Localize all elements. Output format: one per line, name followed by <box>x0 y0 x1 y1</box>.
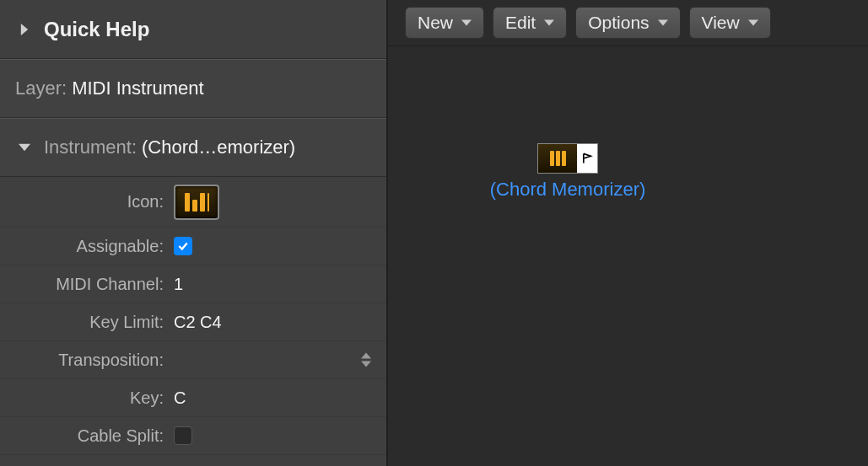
param-key[interactable]: Key: C <box>0 379 386 417</box>
param-midi-channel[interactable]: MIDI Channel: 1 <box>0 265 386 303</box>
environment-canvas[interactable]: New Edit Options View (Chord Memorizer) <box>388 0 868 466</box>
options-label: Options <box>588 13 649 33</box>
chevron-down-icon <box>15 142 34 153</box>
assignable-checkbox[interactable] <box>174 237 192 255</box>
layer-value: MIDI Instrument <box>72 78 203 99</box>
view-menu[interactable]: View <box>689 7 771 39</box>
instrument-value: (Chord…emorizer) <box>142 137 295 158</box>
cable-split-checkbox[interactable] <box>174 426 192 445</box>
icon-label: Icon: <box>0 192 169 212</box>
instrument-label: Instrument: <box>44 137 137 158</box>
flag-icon <box>577 144 597 173</box>
chevron-down-icon <box>544 19 554 27</box>
chevron-down-icon <box>658 19 668 27</box>
layer-row[interactable]: Layer: MIDI Instrument <box>0 59 386 118</box>
object-label: (Chord Memorizer) <box>462 179 673 201</box>
new-menu[interactable]: New <box>405 7 484 39</box>
quick-help-title: Quick Help <box>44 18 149 41</box>
chevron-down-icon <box>748 19 758 27</box>
layer-label: Layer: <box>15 78 67 99</box>
param-transposition[interactable]: Transposition: <box>0 341 386 379</box>
transposition-stepper[interactable] <box>361 352 371 367</box>
instrument-row[interactable]: Instrument: (Chord…emorizer) <box>0 118 386 177</box>
edit-menu[interactable]: Edit <box>493 7 567 39</box>
view-label: View <box>702 13 740 33</box>
key-value: C <box>169 388 186 408</box>
param-cable-split: Cable Split: <box>0 417 386 455</box>
instrument-icon-preview[interactable] <box>174 185 219 220</box>
key-limit-label: Key Limit: <box>0 313 169 332</box>
inspector-panel: Quick Help Layer: MIDI Instrument Instru… <box>0 0 388 466</box>
midi-channel-label: MIDI Channel: <box>0 275 169 294</box>
object-icon <box>537 143 598 174</box>
assignable-label: Assignable: <box>0 237 169 256</box>
key-limit-value: C2 C4 <box>169 313 222 332</box>
edit-label: Edit <box>505 13 536 33</box>
param-key-limit[interactable]: Key Limit: C2 C4 <box>0 303 386 341</box>
quick-help-header[interactable]: Quick Help <box>0 0 386 59</box>
param-assignable: Assignable: <box>0 228 386 265</box>
canvas-toolbar: New Edit Options View <box>388 0 868 46</box>
chevron-down-icon <box>461 19 472 27</box>
chevron-right-icon <box>15 24 34 35</box>
cable-split-label: Cable Split: <box>0 426 169 446</box>
transposition-label: Transposition: <box>0 351 169 370</box>
key-label: Key: <box>0 388 169 408</box>
chord-memorizer-object[interactable]: (Chord Memorizer) <box>462 143 673 201</box>
new-label: New <box>418 13 453 33</box>
param-icon: Icon: <box>0 177 386 228</box>
options-menu[interactable]: Options <box>575 7 680 39</box>
midi-channel-value: 1 <box>169 275 183 294</box>
